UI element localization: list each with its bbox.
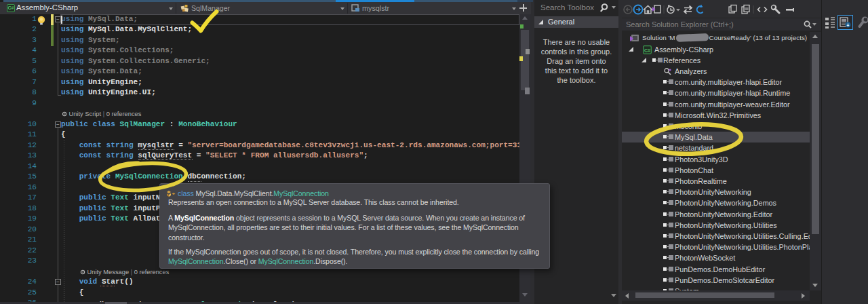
svg-text:C#: C#	[644, 48, 650, 52]
